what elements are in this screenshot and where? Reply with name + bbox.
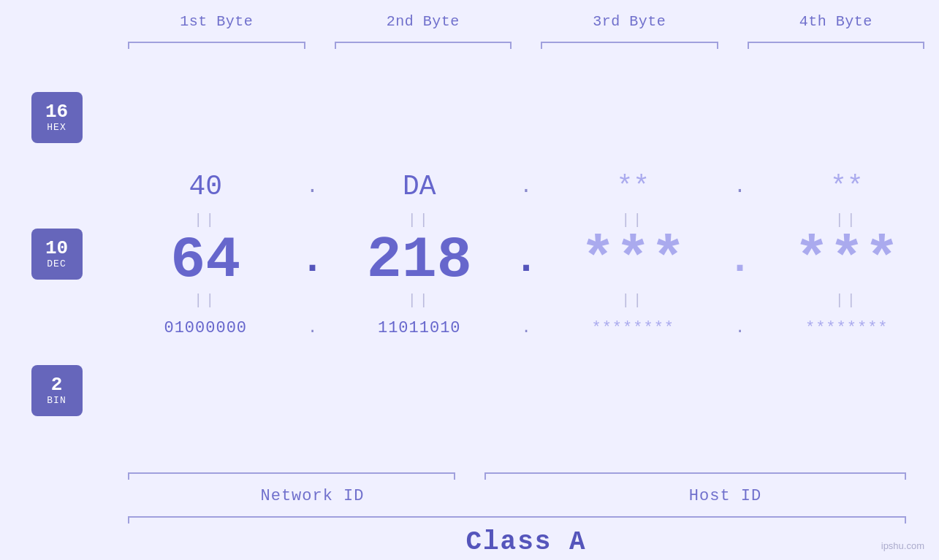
class-bracket-row — [0, 509, 939, 523]
byte4-header: 4th Byte — [733, 13, 940, 30]
bin-sep1: . — [298, 319, 327, 337]
bin-sep3: . — [726, 319, 755, 337]
bin-sep2: . — [512, 319, 541, 337]
badges-column: 16 HEX 10 DEC 2 BIN — [0, 49, 113, 459]
bin-b3: ******** — [541, 312, 726, 345]
hex-badge-number: 16 — [45, 101, 68, 123]
class-label: Class A — [113, 527, 939, 557]
div-b4: || — [755, 212, 940, 229]
div-b1: || — [113, 212, 298, 229]
dec-sep3: . — [726, 237, 755, 283]
class-bracket-line — [128, 516, 906, 518]
network-id-label: Network ID — [113, 487, 512, 505]
div-b2: || — [327, 212, 512, 229]
dec-b2: 218 — [327, 231, 512, 290]
div2-b3: || — [541, 292, 726, 309]
dec-b1: 64 — [113, 231, 298, 290]
top-brackets — [0, 34, 939, 49]
divider-row-2: || || || || — [113, 290, 939, 312]
dec-sep1: . — [298, 237, 327, 283]
main-container: 1st Byte 2nd Byte 3rd Byte 4th Byte 16 H… — [0, 0, 939, 560]
hex-sep1: . — [298, 175, 327, 198]
host-bracket — [484, 472, 907, 474]
hex-badge: 16 HEX — [31, 92, 83, 143]
network-bracket — [128, 472, 455, 474]
div2-b2: || — [327, 292, 512, 309]
dec-badge-number: 10 — [45, 238, 68, 259]
hex-sep3: . — [726, 175, 755, 198]
bin-b2: 11011010 — [327, 312, 512, 345]
hex-b3: ** — [541, 164, 726, 210]
bin-badge-number: 2 — [51, 375, 63, 396]
dec-badge-label: DEC — [47, 258, 66, 269]
hex-sep2: . — [512, 175, 541, 198]
bin-badge-label: BIN — [47, 395, 66, 406]
ip-grid: 40 . DA . ** . ** || || || || 64 — [113, 164, 939, 345]
byte2-header: 2nd Byte — [320, 13, 527, 30]
byte-headers: 1st Byte 2nd Byte 3rd Byte 4th Byte — [0, 0, 939, 30]
bottom-brackets — [0, 461, 939, 483]
byte1-header: 1st Byte — [113, 13, 320, 30]
hex-b1: 40 — [113, 164, 298, 210]
bin-row: 01000000 . 11011010 . ******** . *******… — [113, 312, 939, 345]
bracket-byte4 — [733, 34, 940, 49]
byte3-header: 3rd Byte — [526, 13, 733, 30]
bin-b1: 01000000 — [113, 312, 298, 345]
div2-b1: || — [113, 292, 298, 309]
bracket-byte2 — [320, 34, 527, 49]
dec-b3: *** — [541, 231, 726, 290]
hex-row: 40 . DA . ** . ** — [113, 164, 939, 210]
host-id-label: Host ID — [512, 487, 939, 505]
class-row: Class A — [0, 523, 939, 560]
dec-row: 64 . 218 . *** . *** — [113, 231, 939, 290]
bin-b4: ******** — [755, 312, 940, 345]
bracket-byte1 — [113, 34, 320, 49]
content-area: 16 HEX 10 DEC 2 BIN 40 . DA . ** . ** — [0, 49, 939, 459]
bracket-byte3 — [526, 34, 733, 49]
hex-b2: DA — [327, 164, 512, 210]
div2-b4: || — [755, 292, 940, 309]
dec-badge: 10 DEC — [31, 229, 83, 280]
hex-b4: ** — [755, 164, 940, 210]
watermark: ipshu.com — [881, 540, 924, 551]
dec-b4: *** — [755, 231, 940, 290]
bin-badge: 2 BIN — [31, 365, 83, 416]
div-b3: || — [541, 212, 726, 229]
id-labels-row: Network ID Host ID — [0, 483, 939, 509]
hex-badge-label: HEX — [47, 122, 66, 133]
dec-sep2: . — [512, 237, 541, 283]
